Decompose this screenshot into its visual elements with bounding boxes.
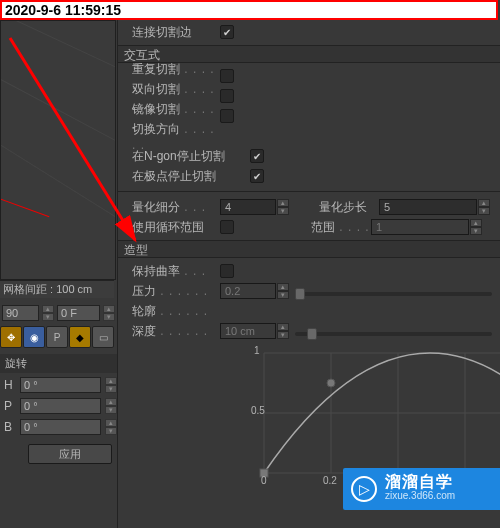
ytick-top: 1: [254, 345, 260, 356]
quant-step-field[interactable]: 5: [379, 199, 477, 215]
depth-slider: [295, 332, 492, 336]
watermark-badge: ▷ 溜溜自学 zixue.3d66.com: [343, 468, 500, 510]
svg-point-11: [327, 379, 335, 387]
use-loop-checkbox[interactable]: [220, 220, 234, 234]
connect-cut-checkbox[interactable]: ✔: [220, 25, 234, 39]
quant-sub-field[interactable]: 4: [220, 199, 276, 215]
quant-step-label: 量化步长: [319, 199, 379, 216]
axis-x-line: [0, 196, 49, 217]
range-label: 范围 . . . .: [311, 219, 371, 236]
move-tool-icon[interactable]: ✥: [0, 326, 22, 348]
apply-button[interactable]: 应用: [28, 444, 112, 464]
axis-b-label: B: [4, 420, 16, 434]
axis-p-field[interactable]: 0 °: [20, 398, 101, 414]
profile-curve-editor[interactable]: 0 0.2 0.4 0.6 0.8 0.5 1: [251, 343, 500, 488]
quant-sub-spinner[interactable]: ▴▾: [277, 199, 289, 215]
shape-section-header: 造型: [118, 240, 500, 258]
watermark-brand: 溜溜自学: [385, 475, 455, 489]
fov-field[interactable]: 90: [2, 305, 39, 321]
axis-h-spinner[interactable]: ▴▾: [105, 377, 117, 393]
depth-label: 深度 . . . . . .: [132, 323, 220, 340]
quant-step-spinner[interactable]: ▴▾: [478, 199, 490, 215]
range-spinner: ▴▾: [470, 219, 482, 235]
axis-h-field[interactable]: 0 °: [20, 377, 101, 393]
pressure-spinner: ▴▾: [277, 283, 289, 299]
ytick-mid: 0.5: [251, 405, 265, 416]
left-panel: 网格间距 : 100 cm 90 ▴▾ 0 F ▴▾ ✥ ◉ P ◆ ▭ 旋转 …: [0, 20, 117, 528]
rotate-section-header: 旋转: [0, 354, 117, 373]
repeat-cut-checkbox[interactable]: [220, 69, 234, 83]
profile-label: 轮廓 . . . . . .: [132, 303, 220, 320]
film-icon[interactable]: ▭: [92, 326, 114, 348]
keep-curv-label: 保持曲率 . . .: [132, 263, 220, 280]
xtick-0: 0: [261, 475, 267, 486]
tool-icon-row: ✥ ◉ P ◆ ▭: [0, 326, 117, 348]
viewport-status: 网格间距 : 100 cm: [0, 280, 114, 298]
ngon-stop-label: 在N-gon停止切割: [132, 148, 250, 165]
pole-stop-checkbox[interactable]: ✔: [250, 169, 264, 183]
depth-spinner: ▴▾: [277, 323, 289, 339]
range-field: 1: [371, 219, 469, 235]
fov-spinner[interactable]: ▴▾: [42, 305, 54, 321]
depth-field: 10 cm: [220, 323, 276, 339]
use-loop-label: 使用循环范围: [132, 219, 220, 236]
keyframe-icon[interactable]: ◆: [69, 326, 91, 348]
connect-cut-label: 连接切割边: [132, 24, 220, 41]
world-tool-icon[interactable]: ◉: [23, 326, 45, 348]
keep-curv-checkbox[interactable]: [220, 264, 234, 278]
axis-b-spinner[interactable]: ▴▾: [105, 419, 117, 435]
frame-field[interactable]: 0 F: [57, 305, 100, 321]
timestamp-banner: 2020-9-6 11:59:15: [0, 0, 498, 20]
axis-b-field[interactable]: 0 °: [20, 419, 101, 435]
axis-p-label: P: [4, 399, 16, 413]
quant-sub-label: 量化细分 . . .: [132, 199, 220, 216]
axis-p-spinner[interactable]: ▴▾: [105, 398, 117, 414]
xtick-1: 0.2: [323, 475, 337, 486]
pole-stop-label: 在极点停止切割: [132, 168, 250, 185]
mirror-cut-checkbox[interactable]: [220, 109, 234, 123]
pressure-field: 0.2: [220, 283, 276, 299]
play-icon: ▷: [351, 476, 377, 502]
pressure-slider: [295, 292, 492, 296]
p-tool-icon[interactable]: P: [46, 326, 68, 348]
attribute-panel: 连接切割边 ✔ 交互式 重复切割 . . . . . . 双向切割 . . . …: [117, 20, 500, 528]
viewport-3d[interactable]: [0, 20, 116, 280]
ngon-stop-checkbox[interactable]: ✔: [250, 149, 264, 163]
axis-h-label: H: [4, 378, 16, 392]
bidir-cut-checkbox[interactable]: [220, 89, 234, 103]
watermark-url: zixue.3d66.com: [385, 489, 455, 503]
frame-spinner[interactable]: ▴▾: [103, 305, 115, 321]
pressure-label: 压力 . . . . . .: [132, 283, 220, 300]
